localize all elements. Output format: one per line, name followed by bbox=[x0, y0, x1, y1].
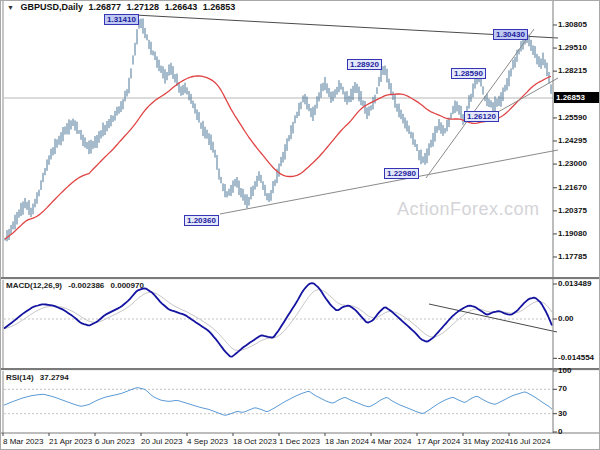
price-annotation[interactable]: 1.26120 bbox=[464, 111, 499, 122]
price-annotation[interactable]: 1.20360 bbox=[184, 215, 219, 226]
price-annotation[interactable]: 1.28590 bbox=[451, 68, 486, 79]
price-axis-label: 1.17785 bbox=[558, 252, 587, 261]
macd-signal-value: 0.000970 bbox=[111, 281, 144, 290]
ohlc-low: 1.26643 bbox=[165, 2, 198, 12]
macd-name: MACD(12,26,9) bbox=[6, 281, 62, 290]
macd-axis-label: 0.00 bbox=[558, 314, 574, 323]
price-axis-label: 1.23000 bbox=[558, 159, 587, 168]
x-axis-date-label: 1 Dec 2023 bbox=[279, 437, 320, 446]
x-axis-date-label: 18 Oct 2023 bbox=[233, 437, 277, 446]
price-annotation[interactable]: 1.31410 bbox=[104, 14, 139, 25]
x-axis-date-label: 17 Apr 2024 bbox=[417, 437, 460, 446]
trading-chart-window: ActionForex.com ▼ GBPUSD,Daily 1.26877 1… bbox=[0, 0, 600, 450]
rsi-axis-label: 100 bbox=[558, 366, 571, 375]
price-axis-label: 1.28215 bbox=[558, 66, 587, 75]
rsi-axis-label: 30 bbox=[558, 409, 567, 418]
collapse-chart-icon[interactable]: ▼ bbox=[7, 4, 14, 11]
rsi-indicator-label: RSI(14) 37.2794 bbox=[6, 373, 73, 382]
x-axis-date-label: 31 May 2024 bbox=[463, 437, 509, 446]
ohlc-close: 1.26853 bbox=[203, 2, 236, 12]
price-axis-label: 1.20375 bbox=[558, 206, 587, 215]
ohlc-open: 1.26877 bbox=[89, 2, 122, 12]
macd-main-value: -0.002386 bbox=[68, 281, 104, 290]
macd-indicator-label: MACD(12,26,9) -0.002386 0.000970 bbox=[6, 281, 148, 290]
current-price-tag: 1.26853 bbox=[554, 92, 600, 103]
price-axis-label: 1.30805 bbox=[558, 20, 587, 29]
x-axis-date-label: 8 Mar 2023 bbox=[3, 437, 43, 446]
chart-canvas[interactable] bbox=[1, 1, 600, 450]
price-annotation[interactable]: 1.22980 bbox=[384, 168, 419, 179]
rsi-axis-label: 70 bbox=[558, 384, 567, 393]
price-axis-label: 1.24295 bbox=[558, 136, 587, 145]
symbol-timeframe-label: GBPUSD,Daily bbox=[20, 2, 83, 12]
x-axis-date-label: 6 Jun 2023 bbox=[95, 437, 135, 446]
x-axis-date-label: 20 Jul 2023 bbox=[141, 437, 182, 446]
price-axis-label: 1.21670 bbox=[558, 183, 587, 192]
macd-axis-label: 0.013489 bbox=[558, 279, 591, 288]
price-axis-label: 1.29510 bbox=[558, 43, 587, 52]
price-annotation[interactable]: 1.30430 bbox=[493, 29, 528, 40]
ohlc-high: 1.27128 bbox=[127, 2, 160, 12]
chart-title-bar: ▼ GBPUSD,Daily 1.26877 1.27128 1.26643 1… bbox=[7, 2, 238, 12]
x-axis-date-label: 16 Jul 2024 bbox=[509, 437, 550, 446]
rsi-name: RSI(14) bbox=[6, 373, 34, 382]
x-axis-date-label: 21 Apr 2023 bbox=[49, 437, 92, 446]
price-annotation[interactable]: 1.28920 bbox=[347, 59, 382, 70]
price-axis-label: 1.25590 bbox=[558, 113, 587, 122]
price-axis-label: 1.19080 bbox=[558, 229, 587, 238]
rsi-value: 37.2794 bbox=[40, 373, 69, 382]
x-axis-date-label: 18 Jan 2024 bbox=[325, 437, 369, 446]
x-axis-date-label: 4 Sep 2023 bbox=[187, 437, 228, 446]
x-axis-date-label: 4 Mar 2024 bbox=[371, 437, 411, 446]
rsi-axis-label: 0 bbox=[558, 427, 562, 436]
macd-axis-label: -0.014554 bbox=[558, 353, 594, 362]
